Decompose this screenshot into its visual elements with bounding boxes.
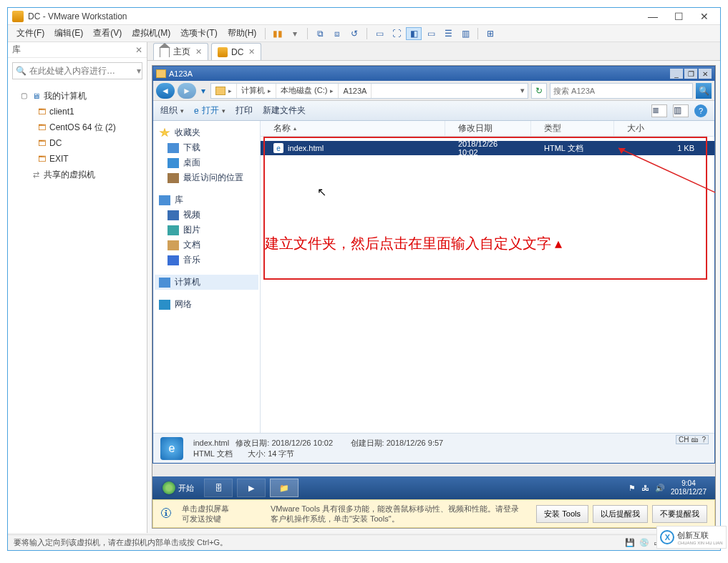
- exp-restore-button[interactable]: ❐: [684, 69, 697, 79]
- col-size[interactable]: 大小: [614, 121, 714, 136]
- file-row[interactable]: eindex.html 2018/12/26 10:02 HTML 文档 1 K…: [261, 141, 714, 155]
- col-date[interactable]: 修改日期: [445, 121, 531, 136]
- side-desktop[interactable]: 桌面: [155, 155, 258, 170]
- side-music[interactable]: 音乐: [155, 253, 258, 268]
- side-documents[interactable]: 文档: [155, 238, 258, 253]
- view-mode-1-icon[interactable]: ◧: [406, 27, 422, 40]
- preview-pane-icon[interactable]: ▥: [673, 104, 689, 117]
- toolbar-open[interactable]: e打开▾: [194, 104, 225, 117]
- view-options-icon[interactable]: ≣: [651, 104, 667, 117]
- menu-vm[interactable]: 虚拟机(M): [127, 26, 175, 41]
- toolbar-dropdown-icon[interactable]: ▾: [287, 27, 303, 40]
- library-pane: 库 ✕ 🔍 ▾ ▢🖥我的计算机 🗔client1 🗔CentOS 64 位 (2…: [8, 42, 147, 533]
- start-button[interactable]: 开始: [157, 480, 200, 496]
- side-network[interactable]: 网络: [155, 297, 258, 312]
- tray-network-icon[interactable]: 🖧: [641, 484, 649, 492]
- view-mode-4-icon[interactable]: ▥: [457, 27, 473, 40]
- col-name[interactable]: 名称▴: [261, 121, 445, 136]
- menu-file[interactable]: 文件(F): [12, 26, 49, 41]
- side-pictures[interactable]: 图片: [155, 222, 258, 238]
- search-dropdown-icon[interactable]: ▾: [137, 66, 141, 76]
- fullscreen-icon[interactable]: ⛶: [389, 27, 404, 40]
- crumb-computer[interactable]: 计算机: [241, 85, 265, 96]
- side-recent[interactable]: 最近访问的位置: [155, 170, 258, 185]
- taskbar-explorer[interactable]: 📁: [270, 479, 299, 497]
- nav-history-dropdown[interactable]: ▾: [199, 83, 208, 99]
- nav-back-button[interactable]: ◄: [156, 83, 175, 99]
- crumb-dropdown-icon[interactable]: ▾: [518, 86, 528, 95]
- pause-icon[interactable]: ▮▮: [270, 27, 286, 40]
- tray-clock[interactable]: 9:04 2018/12/27: [671, 479, 707, 496]
- exp-close-button[interactable]: ✕: [699, 69, 712, 79]
- ie-icon: e: [194, 106, 199, 116]
- taskbar-powershell[interactable]: ▶: [237, 479, 266, 497]
- maximize-button[interactable]: ☐: [670, 11, 687, 22]
- tree-vm-client1[interactable]: 🗔client1: [11, 104, 144, 119]
- side-downloads[interactable]: 下载: [155, 140, 258, 155]
- explorer-navbar: ◄ ► ▾ ▸ 计算机▸ 本地磁盘 (C:)▸ A123A ▾ ↻: [153, 81, 714, 101]
- library-search[interactable]: 🔍 ▾: [12, 62, 142, 79]
- tab-home[interactable]: 主页 ✕: [153, 43, 208, 60]
- crumb-folder[interactable]: A123A: [343, 87, 367, 95]
- revert-icon[interactable]: ↺: [346, 27, 362, 40]
- explorer-search-input[interactable]: [553, 87, 689, 95]
- minimize-button[interactable]: —: [644, 11, 661, 22]
- help-small-icon[interactable]: ?: [702, 436, 706, 444]
- crumb-drive[interactable]: 本地磁盘 (C:): [281, 85, 327, 96]
- tab-dc[interactable]: DC ✕: [211, 43, 261, 60]
- col-type[interactable]: 类型: [531, 121, 614, 136]
- library-search-input[interactable]: [29, 66, 137, 76]
- tab-close-icon[interactable]: ✕: [195, 47, 202, 57]
- vmware-titlebar[interactable]: DC - VMware Workstation — ☐ ✕: [8, 8, 720, 25]
- menu-tabs[interactable]: 选项卡(T): [176, 26, 221, 41]
- toolbar-newfolder[interactable]: 新建文件夹: [263, 104, 306, 117]
- snapshot-manager-icon[interactable]: ⧇: [329, 27, 345, 40]
- recent-icon: [168, 173, 179, 183]
- never-remind-button[interactable]: 不要提醒我: [652, 505, 707, 523]
- toolbar-print[interactable]: 打印: [236, 104, 253, 117]
- explorer-search[interactable]: [550, 83, 693, 99]
- snapshot-icon[interactable]: ⧉: [312, 27, 328, 40]
- remind-later-button[interactable]: 以后提醒我: [593, 505, 648, 523]
- side-libraries[interactable]: 库: [155, 192, 258, 207]
- fit-guest-icon[interactable]: ▭: [372, 27, 387, 40]
- refresh-button[interactable]: ↻: [531, 83, 547, 99]
- tree-vm-centos[interactable]: 🗔CentOS 64 位 (2): [11, 119, 144, 135]
- html-file-icon: e: [273, 143, 283, 153]
- right-area: 主页 ✕ DC ✕ A123A _ ❐: [147, 42, 720, 533]
- taskbar-server-manager[interactable]: 🗄: [204, 479, 233, 497]
- view-mode-3-icon[interactable]: ☰: [440, 27, 456, 40]
- menu-view[interactable]: 查看(V): [89, 26, 126, 41]
- tab-close-icon[interactable]: ✕: [248, 47, 255, 57]
- unity-icon[interactable]: ⊞: [482, 27, 498, 40]
- nav-forward-button[interactable]: ►: [178, 83, 196, 99]
- exp-min-button[interactable]: _: [670, 69, 683, 79]
- tree-vm-exit[interactable]: 🗔EXIT: [11, 151, 144, 167]
- tree-shared-vms[interactable]: ⇄共享的虚拟机: [11, 167, 144, 182]
- close-button[interactable]: ✕: [696, 11, 713, 22]
- explorer-titlebar[interactable]: A123A _ ❐ ✕: [153, 67, 714, 81]
- vmware-logo-icon: [12, 11, 24, 22]
- menu-edit[interactable]: 编辑(E): [50, 26, 87, 41]
- side-computer[interactable]: 计算机: [155, 275, 258, 290]
- tree-my-computer[interactable]: ▢🖥我的计算机: [11, 88, 144, 104]
- tray-sound-icon[interactable]: 🔊: [655, 484, 665, 493]
- ime-icon[interactable]: 🖮: [691, 436, 699, 444]
- help-icon[interactable]: ?: [694, 104, 707, 117]
- status-disk-icon[interactable]: 💾: [625, 538, 635, 547]
- explorer-toolbar: 组织▾ e打开▾ 打印 新建文件夹 ≣ ▥ ?: [153, 101, 714, 121]
- side-videos[interactable]: 视频: [155, 207, 258, 222]
- lang-indicator[interactable]: CH🖮?: [676, 435, 709, 444]
- status-cd-icon[interactable]: 💿: [639, 538, 649, 547]
- tree-vm-dc[interactable]: 🗔DC: [11, 135, 144, 151]
- toolbar-organize[interactable]: 组织▾: [160, 104, 184, 117]
- library-close-icon[interactable]: ✕: [135, 45, 142, 55]
- breadcrumb[interactable]: ▸ 计算机▸ 本地磁盘 (C:)▸ A123A ▾: [210, 83, 528, 99]
- guest-display[interactable]: A123A _ ❐ ✕ ◄ ► ▾ ▸ 计算机▸: [152, 65, 716, 529]
- menu-help[interactable]: 帮助(H): [223, 26, 261, 41]
- search-go-button[interactable]: 🔍: [696, 83, 712, 99]
- tray-flag-icon[interactable]: ⚑: [628, 484, 636, 493]
- view-mode-2-icon[interactable]: ▭: [423, 27, 439, 40]
- side-favorites[interactable]: 收藏夹: [155, 125, 258, 140]
- install-tools-button[interactable]: 安装 Tools: [536, 505, 588, 523]
